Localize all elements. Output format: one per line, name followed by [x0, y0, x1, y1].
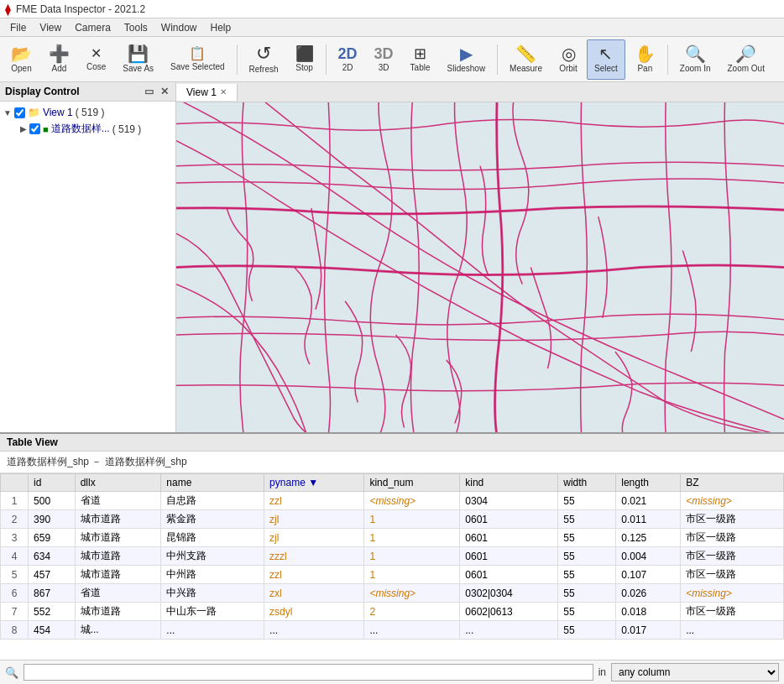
table-cell-partial: 8: [1, 621, 29, 640]
table-cell: 390: [29, 510, 76, 529]
table-button[interactable]: ⊞ Table: [403, 39, 438, 80]
table-cell: 紫金路: [161, 510, 264, 529]
panel-header-icons: ▭ ✕: [143, 85, 170, 98]
view-content: View 1 ✕: [176, 82, 784, 432]
table-view-title: Table View: [7, 436, 58, 448]
save-as-icon: 💾: [128, 45, 149, 62]
tree-view-checkbox[interactable]: [14, 107, 25, 118]
menu-camera[interactable]: Camera: [68, 20, 118, 35]
table-cell: 0.011: [616, 510, 681, 529]
col-header-kind[interactable]: kind: [460, 474, 558, 492]
orbit-icon: ◎: [562, 45, 576, 62]
table-row[interactable]: 7552城市道路中山东一路zsdyl20602|0613550.018市区一级路: [1, 603, 784, 621]
close-button[interactable]: ✕ Cose: [79, 39, 113, 80]
3d-icon: 3D: [374, 46, 394, 61]
table-cell: 0.004: [616, 547, 681, 566]
toolbar-sep-4: [667, 44, 668, 75]
2d-button[interactable]: 2D 2D: [331, 39, 365, 80]
table-row[interactable]: 3659城市道路昆锦路zjl10601550.125市区一级路: [1, 529, 784, 547]
table-cell: zxl: [264, 584, 364, 603]
map-canvas[interactable]: [176, 102, 784, 432]
zoom-in-button[interactable]: 🔍 Zoom In: [672, 39, 719, 80]
select-button[interactable]: ↖ Select: [587, 39, 625, 80]
table-cell-partial: ...: [264, 621, 364, 640]
col-header-dllx[interactable]: dllx: [75, 474, 161, 492]
table-cell: 市区一级路: [681, 547, 784, 566]
table-cell: 867: [29, 584, 76, 603]
view-tab-close-icon[interactable]: ✕: [220, 87, 227, 97]
col-header-id[interactable]: id: [29, 474, 76, 492]
slideshow-button[interactable]: ▶ Slideshow: [440, 39, 494, 80]
search-input[interactable]: [24, 664, 593, 681]
table-cell: 457: [29, 566, 76, 584]
table-row[interactable]: 5457城市道路中州路zzl10601550.107市区一级路: [1, 566, 784, 584]
col-header-name[interactable]: name: [161, 474, 264, 492]
tree-view-label: View 1: [43, 107, 73, 118]
table-cell: 城市道路: [75, 547, 161, 566]
table-cell: 省道: [75, 584, 161, 603]
menu-tools[interactable]: Tools: [118, 20, 154, 35]
orbit-button[interactable]: ◎ Orbit: [551, 39, 585, 80]
col-header-width[interactable]: width: [558, 474, 616, 492]
tree-dataset-count: ( 519 ): [112, 123, 142, 135]
menu-file[interactable]: File: [3, 20, 33, 35]
measure-button[interactable]: 📏 Measure: [502, 39, 550, 80]
table-row[interactable]: 4634城市道路中州支路zzzl10601550.004市区一级路: [1, 547, 784, 566]
tree-view-folder-icon: 📁: [28, 107, 40, 118]
table-dataset-label: 道路数据样例_shp － 道路数据样例_shp: [0, 452, 784, 473]
zoom-out-button[interactable]: 🔎 Zoom Out: [720, 39, 772, 80]
panel-close-icon[interactable]: ✕: [159, 85, 170, 98]
view-tab-1[interactable]: View 1 ✕: [176, 84, 238, 101]
col-header-bz[interactable]: BZ: [681, 474, 784, 492]
table-cell: <missing>: [681, 492, 784, 510]
col-header-rownum: [1, 474, 29, 492]
table-cell: 552: [29, 603, 76, 621]
app-icon: ⧫: [5, 3, 11, 16]
table-row[interactable]: 1500省道自忠路zzl<missing>0304550.021<missing…: [1, 492, 784, 510]
tree-dataset-label: 道路数据样...: [51, 122, 110, 136]
table-cell: 0302|0304: [460, 584, 558, 603]
menu-help[interactable]: Help: [204, 20, 238, 35]
search-bar: 🔍 in any column: [0, 660, 784, 684]
menu-bar: File View Camera Tools Window Help: [0, 18, 784, 37]
table-cell: 0601: [460, 566, 558, 584]
menu-view[interactable]: View: [33, 20, 68, 35]
col-header-kind-num[interactable]: kind_num: [364, 474, 460, 492]
table-row[interactable]: 6867省道中兴路zxl<missing>0302|0304550.026<mi…: [1, 584, 784, 603]
save-as-button[interactable]: 💾 Save As: [115, 39, 161, 80]
save-selected-button[interactable]: 📋 Save Selected: [163, 39, 233, 80]
table-cell: 634: [29, 547, 76, 566]
measure-icon: 📏: [515, 45, 536, 62]
table-cell: zzzl: [264, 547, 364, 566]
refresh-button[interactable]: ↺ Refresh: [242, 39, 286, 80]
table-cell: 55: [558, 547, 616, 566]
table-view-header: Table View: [0, 434, 784, 452]
stop-button[interactable]: ⬛ Stop: [288, 39, 321, 80]
panel-restore-icon[interactable]: ▭: [143, 85, 155, 98]
display-control-panel: Display Control ▭ ✕ ▼ 📁 View 1 ( 519 ) ▶: [0, 82, 176, 432]
col-header-pyname[interactable]: pyname ▼: [264, 474, 364, 492]
table-cell: zzl: [264, 492, 364, 510]
zoom-in-icon: 🔍: [685, 45, 706, 62]
menu-window[interactable]: Window: [154, 20, 204, 35]
table-cell: 市区一级路: [681, 566, 784, 584]
col-header-length[interactable]: length: [616, 474, 681, 492]
tree-view-item[interactable]: ▼ 📁 View 1 ( 519 ): [3, 105, 172, 120]
table-cell: <missing>: [364, 584, 460, 603]
table-container[interactable]: id dllx name pyname ▼ kind_num kind widt…: [0, 473, 784, 660]
table-cell: 55: [558, 584, 616, 603]
table-row[interactable]: 2390城市道路紫金路zjl10601550.011市区一级路: [1, 510, 784, 529]
toolbar-sep-1: [237, 44, 238, 75]
add-button[interactable]: ➕ Add: [41, 39, 77, 80]
tree-dataset-checkbox[interactable]: [29, 123, 40, 134]
tree-dataset-item[interactable]: ▶ ■ 道路数据样... ( 519 ): [3, 120, 172, 138]
table-cell-partial: ...: [681, 621, 784, 640]
table-cell: 1: [364, 510, 460, 529]
table-row-partial[interactable]: 8454城...............550.017...: [1, 621, 784, 640]
slideshow-icon: ▶: [460, 45, 473, 62]
3d-button[interactable]: 3D 3D: [367, 39, 401, 80]
search-column-select[interactable]: any column: [611, 663, 779, 681]
open-button[interactable]: 📂 Open: [3, 39, 39, 80]
pan-button[interactable]: ✋ Pan: [627, 39, 663, 80]
table-cell: zsdyl: [264, 603, 364, 621]
